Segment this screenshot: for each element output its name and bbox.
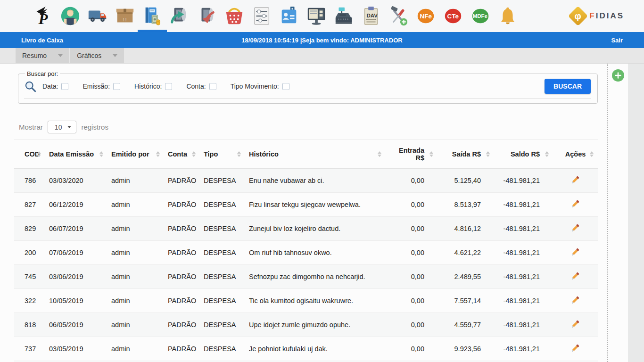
page-length-value: 10 (55, 123, 62, 131)
cell-historico: Upe idojet zumle gimuzdo opuhe. (245, 313, 386, 337)
column-header[interactable]: Ações (553, 140, 598, 169)
page-length-select[interactable]: 10 (48, 121, 77, 133)
cell-conta: PADRÃO (164, 169, 200, 193)
column-header[interactable]: Saída R$ (438, 140, 494, 169)
column-header[interactable]: COD (14, 140, 45, 169)
column-header[interactable]: Conta (164, 140, 200, 169)
cell-emitido_por: admin (107, 193, 164, 217)
sort-arrows-icon (590, 151, 594, 157)
cell-cod: 818 (14, 313, 45, 337)
cell-entrada: 0,00 (386, 193, 438, 217)
monitor-icon[interactable] (303, 0, 330, 32)
cell-historico: Tic ola kumitod ogisaitu wakruwre. (245, 289, 386, 313)
register-glyph (333, 5, 355, 27)
column-header[interactable]: Entrada R$ (386, 140, 438, 169)
preferences-sliders-icon[interactable] (248, 0, 275, 32)
tab-graficos-label: Gráficos (77, 52, 101, 59)
sort-arrows-icon (545, 151, 549, 157)
filter-conta: Conta: (186, 82, 216, 90)
length-prefix: Mostrar (19, 123, 43, 131)
cell-acoes (553, 337, 598, 361)
cashbook-table: CODData EmissãoEmitido porContaTipoHistó… (14, 140, 598, 362)
cell-conta: PADRÃO (164, 241, 200, 265)
nfe-badge-icon[interactable]: NFe (412, 0, 439, 32)
column-header[interactable]: Emitido por (107, 140, 164, 169)
dav-clipboard-icon[interactable]: DAV (357, 0, 385, 32)
filter-tipo-movimento-checkbox[interactable] (282, 83, 289, 90)
cell-saldo: -481.981,21 (494, 241, 553, 265)
edit-pencil-icon[interactable] (570, 174, 581, 185)
svg-text:MDFe: MDFe (473, 13, 487, 19)
tab-resumo[interactable]: Resumo (16, 48, 69, 63)
cell-cod: 200 (14, 241, 45, 265)
cell-entrada: 0,00 (386, 217, 438, 241)
cell-conta: PADRÃO (164, 289, 200, 313)
edit-pencil-icon[interactable] (570, 198, 581, 209)
edit-pencil-icon[interactable] (570, 343, 581, 354)
edit-pencil-icon[interactable] (570, 247, 581, 257)
search-icon (24, 80, 37, 93)
icon-toolbar: P (0, 0, 644, 32)
basket-icon[interactable] (221, 0, 248, 32)
cell-tipo: DESPESA (200, 193, 245, 217)
contacts-card-icon[interactable] (275, 0, 303, 32)
column-header-label: Histórico (249, 150, 279, 158)
add-button[interactable] (612, 69, 624, 82)
cell-tipo: DESPESA (200, 241, 245, 265)
cte-badge-icon[interactable]: CTe (439, 0, 467, 32)
filter-historico-checkbox[interactable] (165, 83, 172, 90)
cash-register-icon[interactable] (330, 0, 357, 32)
filter-historico-label: Histórico: (134, 82, 162, 90)
notifications-bell-icon[interactable] (494, 0, 521, 32)
right-scroll-strip[interactable] (628, 64, 644, 362)
cell-data_emissao: 10/05/2019 (45, 289, 107, 313)
avatar-glyph (59, 5, 81, 27)
sort-arrows-icon (192, 151, 196, 157)
buscar-button[interactable]: BUSCAR (545, 79, 591, 94)
column-header[interactable]: Tipo (200, 140, 245, 169)
cell-entrada: 0,00 (386, 265, 438, 289)
filter-conta-checkbox[interactable] (209, 83, 216, 90)
mdfe-badge-icon[interactable]: MDFe (467, 0, 494, 32)
pegasus-p-glyph: P (32, 5, 54, 27)
user-avatar-icon[interactable] (57, 0, 84, 32)
content: Buscar por: Data: Emissão: (0, 64, 607, 362)
entry-door-green-arrow-icon[interactable] (166, 0, 193, 32)
filter-data-label: Data: (42, 82, 58, 90)
column-header[interactable]: Data Emissão (45, 140, 107, 169)
cell-cod: 829 (14, 217, 45, 241)
edit-pencil-icon[interactable] (570, 319, 581, 329)
filter-emissao-checkbox[interactable] (113, 83, 120, 90)
tab-graficos[interactable]: Gráficos (70, 48, 124, 63)
cell-emitido_por: admin (107, 217, 164, 241)
pegasus-p-icon[interactable]: P (29, 0, 57, 32)
filter-emissao: Emissão: (83, 82, 120, 90)
cell-emitido_por: admin (107, 241, 164, 265)
monitor-glyph (305, 5, 327, 27)
sort-arrows-icon (37, 151, 41, 157)
tools-add-icon[interactable] (385, 0, 412, 32)
cell-saida: 4.621,22 (438, 241, 494, 265)
cell-entrada: 0,00 (386, 337, 438, 361)
column-header[interactable]: Histórico (245, 140, 386, 169)
package-box-icon[interactable]: ↑↑ (111, 0, 139, 32)
length-suffix: registros (81, 123, 108, 131)
fidias-logo: φ FIDIAS (571, 9, 624, 23)
filter-data-checkbox[interactable] (61, 83, 68, 90)
truck-icon[interactable] (84, 0, 111, 32)
edit-pencil-icon[interactable] (570, 271, 581, 281)
cell-conta: PADRÃO (164, 265, 200, 289)
cell-saida: 9.923,56 (438, 337, 494, 361)
ledger-icon[interactable] (139, 0, 166, 32)
column-header[interactable]: Saldo R$ (494, 140, 553, 169)
page-header-bar: 18/09/2018 10:54:19 |Seja bem vindo: ADM… (0, 32, 644, 48)
column-header-label: Saldo R$ (511, 150, 540, 158)
exit-door-red-arrow-icon[interactable] (193, 0, 221, 32)
table-head: CODData EmissãoEmitido porContaTipoHistó… (14, 140, 598, 169)
edit-pencil-icon[interactable] (570, 295, 581, 305)
edit-pencil-icon[interactable] (570, 222, 581, 233)
cell-saida: 7.557,14 (438, 289, 494, 313)
table-row: 74503/06/2019adminPADRÃODESPESASefnozpu … (14, 265, 598, 289)
table-row: 32210/05/2019adminPADRÃODESPESATic ola k… (14, 289, 598, 313)
filter-tipo-movimento-label: Tipo Movimento: (231, 82, 279, 90)
